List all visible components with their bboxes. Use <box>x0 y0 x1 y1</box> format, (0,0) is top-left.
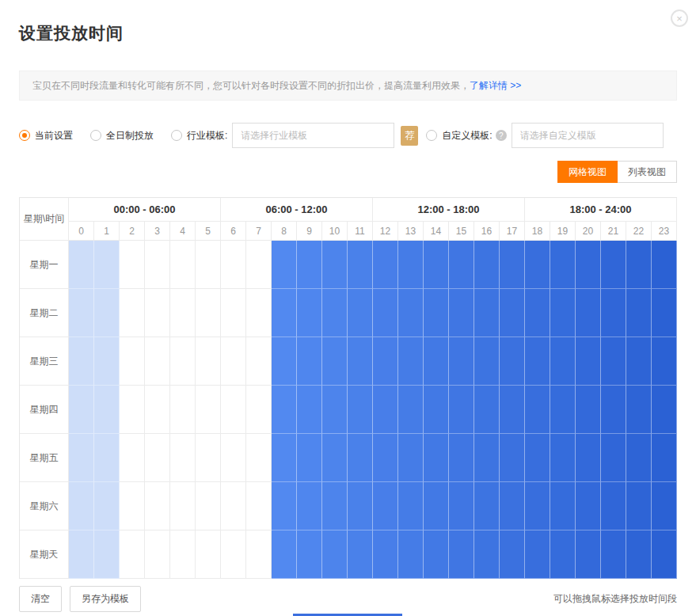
schedule-cell[interactable] <box>170 482 196 530</box>
schedule-cell[interactable] <box>145 482 170 530</box>
schedule-cell[interactable] <box>69 482 94 530</box>
radio-custom-template[interactable]: 自定义模板: <box>426 129 492 143</box>
schedule-cell[interactable] <box>373 337 398 386</box>
schedule-cell[interactable] <box>221 386 246 434</box>
schedule-cell[interactable] <box>525 530 550 579</box>
schedule-cell[interactable] <box>170 241 196 289</box>
schedule-cell[interactable] <box>246 241 272 289</box>
schedule-cell[interactable] <box>94 337 120 386</box>
schedule-cell[interactable] <box>246 434 272 482</box>
schedule-cell[interactable] <box>297 337 322 386</box>
clear-button[interactable]: 清空 <box>19 586 62 612</box>
schedule-cell[interactable] <box>398 434 424 482</box>
schedule-cell[interactable] <box>145 386 170 434</box>
schedule-cell[interactable] <box>424 337 449 386</box>
schedule-cell[interactable] <box>500 482 525 530</box>
schedule-cell[interactable] <box>474 482 500 530</box>
schedule-cell[interactable] <box>322 386 348 434</box>
schedule-cell[interactable] <box>424 530 449 579</box>
schedule-cell[interactable] <box>120 482 145 530</box>
schedule-cell[interactable] <box>525 337 550 386</box>
schedule-cell[interactable] <box>170 289 196 337</box>
schedule-cell[interactable] <box>221 337 246 386</box>
schedule-cell[interactable] <box>601 434 626 482</box>
schedule-cell[interactable] <box>500 434 525 482</box>
schedule-cell[interactable] <box>322 337 348 386</box>
schedule-cell[interactable] <box>145 434 170 482</box>
schedule-cell[interactable] <box>601 337 626 386</box>
close-icon[interactable]: × <box>671 10 688 27</box>
schedule-cell[interactable] <box>196 337 221 386</box>
schedule-cell[interactable] <box>550 530 576 579</box>
schedule-cell[interactable] <box>449 241 474 289</box>
help-icon[interactable]: ? <box>496 130 507 141</box>
custom-template-input[interactable] <box>512 123 664 148</box>
schedule-cell[interactable] <box>120 289 145 337</box>
schedule-cell[interactable] <box>196 434 221 482</box>
schedule-cell[interactable] <box>170 386 196 434</box>
schedule-cell[interactable] <box>474 289 500 337</box>
schedule-cell[interactable] <box>500 337 525 386</box>
schedule-cell[interactable] <box>196 289 221 337</box>
schedule-cell[interactable] <box>424 386 449 434</box>
schedule-cell[interactable] <box>601 386 626 434</box>
schedule-cell[interactable] <box>120 386 145 434</box>
schedule-cell[interactable] <box>145 289 170 337</box>
schedule-cell[interactable] <box>601 530 626 579</box>
schedule-cell[interactable] <box>322 241 348 289</box>
schedule-cell[interactable] <box>449 337 474 386</box>
schedule-cell[interactable] <box>196 482 221 530</box>
schedule-cell[interactable] <box>120 337 145 386</box>
schedule-cell[interactable] <box>221 434 246 482</box>
schedule-cell[interactable] <box>272 386 297 434</box>
schedule-cell[interactable] <box>69 241 94 289</box>
schedule-cell[interactable] <box>652 530 677 579</box>
schedule-cell[interactable] <box>348 289 373 337</box>
schedule-cell[interactable] <box>525 482 550 530</box>
schedule-cell[interactable] <box>652 289 677 337</box>
schedule-cell[interactable] <box>221 241 246 289</box>
schedule-cell[interactable] <box>94 386 120 434</box>
schedule-cell[interactable] <box>449 386 474 434</box>
schedule-cell[interactable] <box>94 434 120 482</box>
schedule-cell[interactable] <box>94 482 120 530</box>
schedule-cell[interactable] <box>272 337 297 386</box>
schedule-cell[interactable] <box>398 482 424 530</box>
radio-all-day[interactable]: 全日制投放 <box>90 129 154 143</box>
schedule-cell[interactable] <box>398 337 424 386</box>
schedule-cell[interactable] <box>449 530 474 579</box>
schedule-cell[interactable] <box>221 530 246 579</box>
schedule-cell[interactable] <box>246 386 272 434</box>
schedule-cell[interactable] <box>373 289 398 337</box>
schedule-cell[interactable] <box>626 386 652 434</box>
schedule-cell[interactable] <box>348 337 373 386</box>
schedule-cell[interactable] <box>94 530 120 579</box>
schedule-cell[interactable] <box>272 434 297 482</box>
schedule-cell[interactable] <box>626 482 652 530</box>
schedule-cell[interactable] <box>246 482 272 530</box>
schedule-cell[interactable] <box>348 386 373 434</box>
schedule-cell[interactable] <box>69 434 94 482</box>
schedule-cell[interactable] <box>576 434 601 482</box>
schedule-cell[interactable] <box>550 434 576 482</box>
schedule-cell[interactable] <box>500 241 525 289</box>
schedule-cell[interactable] <box>145 337 170 386</box>
schedule-cell[interactable] <box>550 386 576 434</box>
schedule-cell[interactable] <box>626 434 652 482</box>
schedule-cell[interactable] <box>525 289 550 337</box>
schedule-cell[interactable] <box>652 241 677 289</box>
schedule-cell[interactable] <box>322 289 348 337</box>
schedule-cell[interactable] <box>297 530 322 579</box>
schedule-cell[interactable] <box>120 241 145 289</box>
schedule-cell[interactable] <box>626 530 652 579</box>
schedule-cell[interactable] <box>626 289 652 337</box>
schedule-cell[interactable] <box>601 482 626 530</box>
schedule-cell[interactable] <box>550 482 576 530</box>
schedule-cell[interactable] <box>297 241 322 289</box>
schedule-cell[interactable] <box>297 289 322 337</box>
radio-current-setting[interactable]: 当前设置 <box>19 129 73 143</box>
radio-industry-template[interactable]: 行业模板: <box>171 129 227 143</box>
schedule-cell[interactable] <box>576 530 601 579</box>
schedule-cell[interactable] <box>550 289 576 337</box>
schedule-cell[interactable] <box>424 289 449 337</box>
